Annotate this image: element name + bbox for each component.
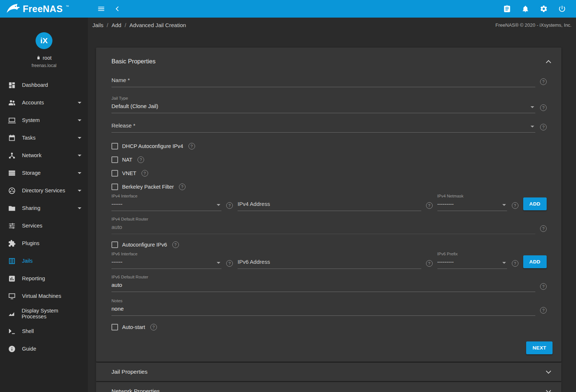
- notes-input[interactable]: Notes none: [111, 299, 535, 316]
- help-icon[interactable]: ?: [226, 260, 233, 267]
- computer-icon: [8, 117, 16, 124]
- notes-label: Notes: [111, 299, 535, 303]
- help-icon[interactable]: ?: [540, 78, 547, 85]
- freenas-logo[interactable]: FreeNAS ™: [0, 0, 88, 18]
- dhcp-label: DHCP Autoconfigure IPv4: [122, 143, 183, 149]
- vnet-checkbox[interactable]: [111, 170, 118, 177]
- sidebar-item-services[interactable]: Services: [0, 217, 88, 234]
- basic-properties-card: Basic Properties Name * ? Jail Type: [96, 48, 561, 362]
- info-icon: [8, 345, 16, 353]
- menu-button[interactable]: [93, 1, 109, 17]
- ipv4-netmask-select[interactable]: IPv4 Netmask ---------: [437, 194, 507, 211]
- help-icon[interactable]: ?: [540, 307, 547, 314]
- help-icon[interactable]: ?: [512, 260, 518, 267]
- jail-type-value: Default (Clone Jail): [111, 103, 535, 110]
- sidebar-item-shell[interactable]: Shell: [0, 322, 88, 340]
- jail-type-label: Jail Type: [111, 96, 535, 100]
- help-icon[interactable]: ?: [142, 170, 148, 177]
- ipv4-add-button[interactable]: ADD: [523, 197, 547, 210]
- ipv4-interface-select[interactable]: IPv4 Interface ------: [111, 194, 221, 211]
- sidebar-item-tasks[interactable]: Tasks: [0, 129, 88, 147]
- ipv6-add-button[interactable]: ADD: [523, 255, 547, 268]
- sidebar-item-system[interactable]: System: [0, 111, 88, 129]
- ipv4-address-input[interactable]: IPv4 Address: [238, 200, 421, 211]
- monitor-icon: [8, 292, 16, 300]
- auto-start-checkbox[interactable]: [111, 324, 118, 330]
- sidebar-item-virtual-machines[interactable]: Virtual Machines: [0, 287, 88, 305]
- chevron-down-icon: [546, 369, 551, 374]
- basic-properties-header[interactable]: Basic Properties: [96, 48, 561, 71]
- notifications-button[interactable]: [517, 1, 533, 17]
- help-icon[interactable]: ?: [179, 184, 186, 190]
- next-button[interactable]: NEXT: [526, 341, 553, 354]
- dropdown-caret-icon: [502, 204, 506, 206]
- chevron-down-icon: [78, 172, 81, 174]
- sidebar-item-plugins[interactable]: Plugins: [0, 234, 88, 252]
- help-icon[interactable]: ?: [150, 324, 157, 330]
- help-icon[interactable]: ?: [188, 143, 195, 149]
- back-button[interactable]: [109, 1, 125, 17]
- tasks-icon: [503, 5, 511, 13]
- ipv4-netmask-value: ---------: [437, 200, 507, 208]
- network-properties-panel[interactable]: Network Properties: [96, 382, 561, 392]
- chevron-down-icon: [78, 155, 81, 156]
- sidebar-item-label: Display System Processes: [22, 308, 81, 319]
- power-button[interactable]: [554, 1, 570, 17]
- ipv6-prefix-select[interactable]: IPv6 Prefix ---------: [437, 252, 507, 269]
- power-icon: [558, 5, 566, 13]
- dhcp-checkbox[interactable]: [111, 143, 118, 149]
- sidebar-item-guide[interactable]: Guide: [0, 340, 88, 358]
- chevron-up-icon[interactable]: [546, 60, 551, 65]
- ipv6-address-input[interactable]: IPv6 Address: [238, 258, 421, 269]
- ipv6-default-router-input[interactable]: IPv6 Default Router auto: [111, 275, 535, 292]
- sidebar-item-storage[interactable]: Storage: [0, 164, 88, 182]
- breadcrumb-jails[interactable]: Jails: [92, 22, 103, 28]
- ipv6-interface-select[interactable]: IPv6 Interface ------: [111, 252, 221, 269]
- sidebar-item-display-system-processes[interactable]: Display System Processes: [0, 305, 88, 322]
- avatar: iX: [36, 32, 52, 49]
- sidebar-item-directory-services[interactable]: Directory Services: [0, 182, 88, 199]
- breadcrumb-separator: /: [107, 22, 108, 28]
- ipv6-interface-value: ------: [111, 258, 221, 266]
- sidebar-item-label: Plugins: [22, 240, 40, 246]
- sidebar-item-label: Network: [22, 152, 41, 158]
- sidebar-item-label: Guide: [22, 346, 36, 352]
- sidebar-item-network[interactable]: Network: [0, 147, 88, 164]
- jail-properties-panel[interactable]: Jail Properties: [96, 363, 561, 381]
- settings-button[interactable]: [536, 1, 552, 17]
- sidebar-item-dashboard[interactable]: Dashboard: [0, 76, 88, 94]
- ipv6-prefix-label: IPv6 Prefix: [437, 252, 507, 256]
- help-icon[interactable]: ?: [172, 241, 179, 248]
- storage-icon: [8, 169, 16, 177]
- help-icon[interactable]: ?: [540, 104, 547, 111]
- help-icon[interactable]: ?: [426, 202, 433, 209]
- folder-share-icon: [8, 204, 16, 212]
- dropdown-caret-icon: [531, 106, 534, 108]
- sidebar-item-accounts[interactable]: Accounts: [0, 94, 88, 111]
- ipv6-default-router-value: auto: [111, 281, 535, 289]
- autoconfigure-ipv6-checkbox[interactable]: [111, 241, 118, 248]
- jail-type-select[interactable]: Jail Type Default (Clone Jail): [111, 96, 535, 113]
- nat-label: NAT: [122, 157, 132, 163]
- breadcrumb-add[interactable]: Add: [111, 22, 121, 28]
- help-icon[interactable]: ?: [512, 202, 518, 209]
- help-icon[interactable]: ?: [540, 124, 547, 130]
- help-icon[interactable]: ?: [426, 260, 433, 267]
- freenas-shark-icon: [5, 3, 20, 15]
- help-icon[interactable]: ?: [540, 283, 547, 290]
- help-icon[interactable]: ?: [137, 156, 144, 163]
- section-title: Basic Properties: [111, 58, 155, 65]
- brand-text: FreeNAS: [23, 4, 63, 14]
- help-icon[interactable]: ?: [540, 225, 547, 232]
- name-input[interactable]: Name *: [111, 77, 535, 87]
- tasks-button[interactable]: [499, 1, 515, 17]
- user-panel: iX root freenas.local: [0, 18, 88, 76]
- sidebar-item-reporting[interactable]: Reporting: [0, 270, 88, 287]
- bpf-checkbox[interactable]: [111, 184, 118, 190]
- release-select[interactable]: Release *: [111, 122, 535, 133]
- vnet-label: VNET: [122, 170, 136, 176]
- sidebar-item-sharing[interactable]: Sharing: [0, 199, 88, 217]
- nat-checkbox[interactable]: [111, 156, 118, 163]
- sidebar-item-jails[interactable]: Jails: [0, 252, 88, 270]
- help-icon[interactable]: ?: [226, 202, 233, 209]
